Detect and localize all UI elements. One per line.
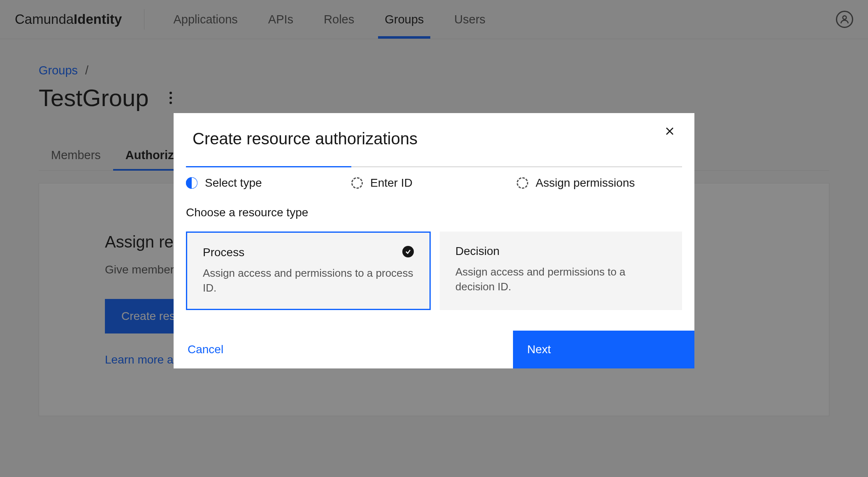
card-process[interactable]: Process Assign access and permissions to…: [186, 232, 431, 310]
next-button[interactable]: Next: [513, 331, 694, 368]
step-select-type: Select type: [186, 176, 351, 190]
modal-footer: Cancel Next: [174, 331, 694, 368]
resource-type-cards: Process Assign access and permissions to…: [174, 232, 694, 331]
progress-fill: [186, 166, 351, 167]
step-icon-active: [186, 177, 197, 189]
progress-indicator: [186, 166, 682, 167]
step-label: Select type: [205, 176, 262, 190]
step-label: Enter ID: [370, 176, 413, 190]
close-button[interactable]: [664, 125, 675, 137]
modal-title: Create resource authorizations: [193, 130, 418, 148]
create-resource-modal: Create resource authorizations Select ty…: [174, 113, 694, 368]
step-assign-permissions: Assign permissions: [517, 176, 682, 190]
modal-header: Create resource authorizations: [174, 113, 694, 166]
step-label: Assign permissions: [536, 176, 635, 190]
card-desc: Assign access and permissions to a proce…: [203, 266, 414, 296]
wizard-steps: Select type Enter ID Assign permissions: [174, 167, 694, 206]
close-icon: [665, 126, 675, 136]
selected-check-icon: [402, 246, 414, 257]
card-decision[interactable]: Decision Assign access and permissions t…: [440, 232, 682, 310]
step-enter-id: Enter ID: [351, 176, 517, 190]
card-title: Decision: [455, 245, 666, 258]
card-title: Process: [203, 246, 414, 259]
modal-section-title: Choose a resource type: [174, 206, 694, 219]
card-desc: Assign access and permissions to a decis…: [455, 264, 666, 294]
cancel-button[interactable]: Cancel: [174, 331, 513, 368]
step-icon-pending: [517, 177, 528, 189]
step-icon-pending: [351, 177, 363, 189]
